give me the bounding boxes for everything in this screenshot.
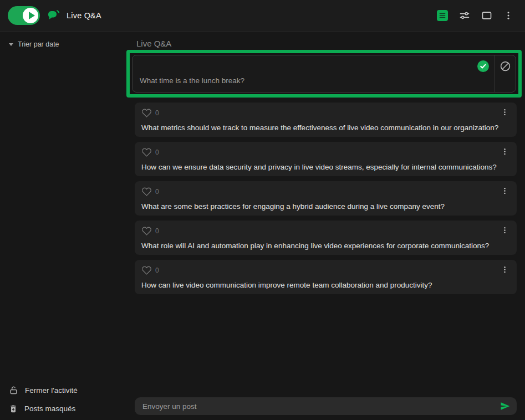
post-text: What are some best practices for engagin… [141,202,512,211]
check-circle-icon [477,60,489,72]
composer-placeholder: Envoyer un post [142,402,500,411]
close-activity-label: Fermer l'activité [25,386,78,395]
like-count: 0 [155,109,159,117]
post-text: How can we ensure data security and priv… [141,163,512,171]
post-card: 0 What are some best practices for engag… [135,181,517,216]
post-text: What metrics should we track to measure … [141,124,512,132]
approve-button[interactable] [477,60,489,72]
like-button[interactable]: 0 [141,147,159,157]
filter-sliders-icon [459,10,470,21]
overflow-menu-icon [503,11,513,21]
question-preview-area[interactable]: What time is a the lunch break? [132,55,495,92]
send-post-button[interactable] [500,401,510,411]
feed-list-icon [437,10,448,21]
hidden-posts-label: Posts masqués [24,404,75,413]
moderation-side-column [495,55,516,92]
new-post-input[interactable]: Envoyer un post [135,397,517,415]
post-menu-button[interactable] [497,225,512,237]
qa-panel: Live Q&A What time is a the lunch break? [126,32,525,420]
like-count: 0 [155,148,159,156]
kebab-icon [501,147,509,156]
header: Live Q&A [0,0,525,32]
chevron-down-icon [9,43,13,46]
kebab-icon [501,265,509,274]
post-menu-button[interactable] [497,264,512,276]
block-icon [499,60,511,72]
screen-icon [481,10,492,21]
heart-icon [141,187,152,197]
post-text: What role will AI and automation play in… [141,242,512,250]
heart-icon [141,108,152,118]
trash-icon [9,404,18,413]
toggle-knob [23,8,38,23]
like-button[interactable]: 0 [141,226,159,236]
block-button[interactable] [499,60,511,72]
sort-label: Trier par date [18,40,59,48]
sidebar: Trier par date Fermer l'activité [0,32,126,420]
filter-settings-button[interactable] [459,10,470,21]
header-overflow-menu-button[interactable] [503,11,513,21]
sort-by-date-control[interactable]: Trier par date [9,40,126,48]
highlighted-moderation-box: What time is a the lunch break? [126,50,522,98]
kebab-icon [501,187,509,195]
moderation-card: What time is a the lunch break? [132,55,516,93]
post-card: 0 How can live video communication impro… [135,260,517,294]
heart-icon [141,147,152,157]
feed-list-button[interactable] [437,10,448,21]
play-icon [29,12,35,19]
post-card: 0 How can we ensure data security and pr… [135,142,517,176]
lock-icon [9,386,18,395]
like-button[interactable]: 0 [141,108,159,118]
hidden-posts-button[interactable]: Posts masqués [9,404,126,413]
close-activity-button[interactable]: Fermer l'activité [9,386,126,395]
heart-icon [141,265,152,275]
send-icon [500,401,510,411]
kebab-icon [501,226,509,234]
pending-question-text: What time is a the lunch break? [140,76,244,85]
header-title: Live Q&A [67,11,101,20]
kebab-icon [501,108,509,116]
screen-share-button[interactable] [481,10,492,21]
like-count: 0 [155,227,159,235]
live-qa-app: Live Q&A [0,0,525,420]
like-count: 0 [155,267,159,274]
page-title: Live Q&A [136,39,525,48]
like-count: 0 [155,188,159,196]
post-menu-button[interactable] [497,146,512,158]
heart-icon [141,226,152,236]
live-toggle[interactable] [8,6,40,25]
post-text: How can live video communication improve… [141,281,512,289]
post-menu-button[interactable] [497,186,512,198]
post-card: 0 What role will AI and automation play … [135,221,517,255]
post-card: 0 What metrics should we track to measur… [135,103,517,137]
like-button[interactable]: 0 [141,187,159,197]
post-menu-button[interactable] [497,107,512,119]
qa-chat-icon [46,8,60,23]
like-button[interactable]: 0 [141,265,159,275]
